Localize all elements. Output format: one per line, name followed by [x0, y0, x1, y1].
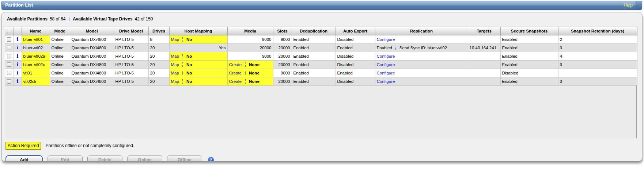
- cell-deduplication: Enabled: [292, 44, 336, 52]
- row-select-checkbox[interactable]: [7, 37, 11, 42]
- cell-mode: Online: [50, 52, 70, 61]
- cell-auto-export: Enabled: [336, 44, 375, 52]
- action-required-badge: Action Required: [5, 142, 41, 150]
- dotted-separator: [395, 46, 396, 50]
- map-link[interactable]: Map: [171, 37, 179, 42]
- row-select-checkbox[interactable]: [7, 46, 11, 50]
- configure-link[interactable]: Configure: [377, 62, 395, 67]
- cell-slots: 9000: [273, 69, 292, 77]
- table-row: ibluer-vtl02aOnlineQuantum DXi4800HP LTO…: [5, 52, 637, 61]
- cell-value: No: [186, 54, 192, 58]
- row-select-checkbox[interactable]: [7, 71, 11, 75]
- cell-slots: 20000: [273, 61, 292, 69]
- info-icon[interactable]: i: [17, 53, 19, 59]
- cell-mode: Online: [50, 61, 70, 69]
- cell-select: [5, 35, 14, 44]
- col-header-targets: Targets: [468, 27, 500, 35]
- create-link[interactable]: Create: [229, 79, 242, 84]
- cell-deduplication: Enabled: [292, 52, 336, 61]
- configure-link[interactable]: Configure: [377, 71, 395, 75]
- configure-link[interactable]: Configure: [377, 37, 395, 42]
- cell-drive-model: HP LTO-5: [114, 69, 148, 77]
- help-link[interactable]: Help: [624, 1, 633, 9]
- cell-targets: [468, 61, 500, 69]
- cell-info: i: [14, 52, 22, 61]
- info-icon[interactable]: i: [17, 78, 19, 84]
- help-icon[interactable]: ?: [208, 157, 214, 162]
- map-link[interactable]: Map: [171, 71, 179, 75]
- info-icon[interactable]: i: [17, 62, 19, 67]
- col-header-info: [14, 27, 22, 35]
- info-icon[interactable]: i: [17, 45, 19, 50]
- dotted-separator: [182, 79, 183, 84]
- cell-deduplication: Enabled: [292, 61, 336, 69]
- available-partitions-label: Available Partitions: [7, 16, 48, 22]
- select-all-checkbox[interactable]: [7, 29, 11, 33]
- cell-select: [5, 61, 14, 69]
- create-link[interactable]: Create: [229, 62, 242, 67]
- configure-link[interactable]: Configure: [377, 54, 395, 58]
- available-drives-value: 42 of 150: [135, 16, 153, 22]
- cell-host-mapping: MapNo: [169, 69, 227, 77]
- cell-media: 9000: [227, 35, 273, 44]
- configure-link[interactable]: Configure: [377, 79, 395, 84]
- map-link[interactable]: Map: [171, 79, 179, 84]
- cell-auto-export: Enabled: [336, 69, 375, 77]
- cell-mode: Online: [50, 44, 70, 52]
- replication-detail: Send Sync ID: bluer-vtl02: [399, 46, 447, 50]
- cell-targets: [468, 69, 500, 77]
- cell-name: bluer-vtl01: [22, 35, 50, 44]
- online-button[interactable]: Online: [127, 155, 162, 161]
- cell-drives: 20: [148, 52, 169, 61]
- col-header-slots: Slots: [273, 27, 292, 35]
- col-header-model: Model: [70, 27, 114, 35]
- cell-value: None: [249, 71, 260, 75]
- cell-info: i: [14, 77, 22, 86]
- cell-snapshot-retention: [558, 69, 637, 77]
- add-button[interactable]: Add: [5, 155, 43, 161]
- cell-media: 9000: [227, 52, 273, 61]
- cell-select: [5, 69, 14, 77]
- delete-button[interactable]: Delete: [87, 155, 122, 161]
- col-header-name: Name: [22, 27, 50, 35]
- cell-select: [5, 77, 14, 86]
- cell-slots: 9000: [273, 35, 292, 44]
- row-select-checkbox[interactable]: [7, 79, 11, 84]
- offline-button[interactable]: Offline: [167, 155, 202, 161]
- cell-name: vtl01: [22, 69, 50, 77]
- dotted-separator: [245, 71, 246, 75]
- cell-mode: Online: [50, 35, 70, 44]
- map-link[interactable]: Map: [171, 62, 179, 67]
- cell-replication: Configure: [375, 69, 468, 77]
- cell-value: No: [186, 37, 192, 42]
- row-select-checkbox[interactable]: [7, 54, 11, 58]
- partition-list-panel: Available Partitions58 of 64Available Vi…: [1, 12, 642, 161]
- cell-name: vtl02cli: [22, 77, 50, 86]
- map-link[interactable]: Map: [171, 54, 179, 58]
- create-link[interactable]: Create: [229, 71, 242, 75]
- cell-info: i: [14, 69, 22, 77]
- legend-text: Partitions offline or not completely con…: [46, 143, 135, 148]
- cell-name: bluer-vtl02c: [22, 61, 50, 69]
- partition-table: NameModeModelDrive ModelDrivesHost Mappi…: [5, 27, 637, 86]
- col-header-media: Media: [227, 27, 273, 35]
- action-required-legend: Action Required Partitions offline or no…: [5, 143, 642, 150]
- cell-snapshot-retention: 3: [558, 44, 637, 52]
- cell-secure-snapshots: Enabled: [500, 77, 558, 86]
- col-header-mode: Mode: [50, 27, 70, 35]
- dotted-separator: [69, 17, 69, 21]
- header-row: NameModeModelDrive ModelDrivesHost Mappi…: [5, 27, 637, 35]
- edit-button[interactable]: Edit: [48, 155, 83, 161]
- table-row: ibluer-vtl02OnlineQuantum DXi4800HP LTO-…: [5, 44, 637, 52]
- dotted-separator: [182, 54, 183, 58]
- dotted-separator: [182, 37, 183, 42]
- titlebar: Partition List Help: [1, 1, 642, 10]
- row-select-checkbox[interactable]: [7, 62, 11, 67]
- info-icon[interactable]: i: [17, 37, 19, 42]
- cell-host-mapping: MapNo: [169, 52, 227, 61]
- cell-targets: [468, 77, 500, 86]
- table-row: ivtl01OnlineQuantum DXi4800HP LTO-520Map…: [5, 69, 637, 77]
- dotted-separator: [245, 62, 246, 67]
- cell-slots: 20000: [273, 77, 292, 86]
- info-icon[interactable]: i: [17, 70, 19, 76]
